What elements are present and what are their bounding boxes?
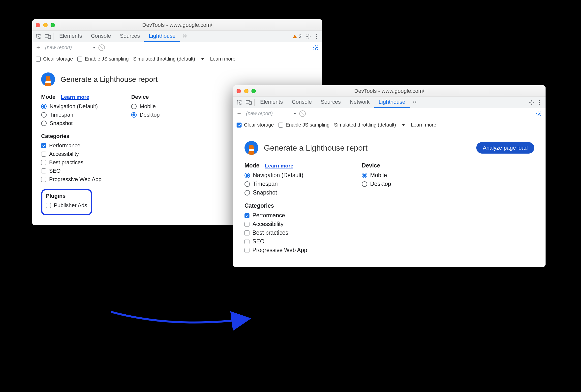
mode-timespan[interactable]: Timespan — [244, 180, 307, 187]
category-performance[interactable]: Performance — [244, 212, 307, 219]
lighthouse-settings-icon[interactable] — [535, 111, 543, 116]
mode-navigation[interactable]: Navigation (Default) — [244, 172, 307, 179]
zoom-window-dot[interactable] — [251, 89, 256, 93]
settings-icon[interactable] — [304, 34, 312, 39]
mode-snapshot[interactable]: Snapshot — [244, 189, 307, 196]
report-selector[interactable]: (new report) — [246, 111, 291, 116]
category-best-practices[interactable]: Best practices — [41, 159, 101, 166]
zoom-window-dot[interactable] — [50, 23, 55, 27]
radio-icon[interactable] — [41, 104, 47, 109]
radio-icon[interactable] — [244, 173, 250, 178]
radio-icon[interactable] — [244, 181, 250, 187]
category-performance[interactable]: Performance — [41, 142, 101, 149]
categories-heading: Categories — [244, 202, 307, 209]
svg-rect-2 — [48, 35, 50, 38]
radio-icon[interactable] — [131, 112, 137, 118]
checkbox-icon[interactable] — [244, 222, 249, 227]
device-desktop[interactable]: Desktop — [131, 112, 160, 118]
clear-storage-checkbox[interactable] — [36, 56, 41, 62]
tab-sources[interactable]: Sources — [115, 31, 144, 42]
category-best-practices[interactable]: Best practices — [244, 230, 307, 236]
mode-navigation[interactable]: Navigation (Default) — [41, 103, 101, 110]
checkbox-icon[interactable] — [41, 160, 46, 165]
analyze-page-load-button[interactable]: Analyze page load — [476, 142, 534, 154]
inspect-icon[interactable] — [34, 31, 43, 42]
plugin-publisher-ads[interactable]: Publisher Ads — [46, 202, 87, 209]
clear-icon[interactable] — [299, 110, 306, 117]
tab-lighthouse[interactable]: Lighthouse — [374, 97, 410, 108]
category-accessibility[interactable]: Accessibility — [41, 151, 101, 157]
radio-icon[interactable] — [41, 120, 47, 126]
plugins-highlight: Plugins Publisher Ads — [41, 189, 92, 215]
clear-storage-checkbox[interactable] — [237, 122, 242, 128]
radio-icon[interactable] — [362, 181, 367, 187]
close-window-dot[interactable] — [36, 23, 40, 27]
warnings-badge[interactable]: 2 — [290, 34, 304, 39]
new-report-icon[interactable]: + — [35, 44, 42, 51]
categories-heading: Categories — [41, 133, 101, 140]
tab-console[interactable]: Console — [86, 31, 115, 42]
minimize-window-dot[interactable] — [43, 23, 48, 27]
mode-learn-more-link[interactable]: Learn more — [61, 94, 89, 100]
inspect-icon[interactable] — [235, 97, 244, 108]
report-selector[interactable]: (new report) — [45, 45, 90, 50]
checkbox-icon[interactable] — [41, 143, 46, 148]
category-accessibility[interactable]: Accessibility — [244, 221, 307, 228]
checkbox-icon[interactable] — [41, 152, 46, 156]
enable-js-checkbox[interactable] — [77, 56, 82, 62]
tab-lighthouse[interactable]: Lighthouse — [144, 31, 180, 42]
device-toggle-icon[interactable] — [43, 31, 52, 42]
category-pwa[interactable]: Progressive Web App — [244, 247, 307, 254]
lighthouse-settings-icon[interactable] — [311, 45, 320, 50]
device-mobile[interactable]: Mobile — [131, 103, 160, 110]
tab-network[interactable]: Network — [345, 97, 374, 108]
checkbox-icon[interactable] — [244, 239, 249, 244]
category-seo[interactable]: SEO — [41, 168, 101, 174]
more-tabs-icon[interactable] — [180, 31, 190, 42]
radio-icon[interactable] — [131, 104, 137, 109]
clear-icon[interactable] — [98, 44, 105, 51]
learn-more-link[interactable]: Learn more — [210, 56, 235, 62]
radio-icon[interactable] — [244, 190, 250, 196]
minimize-window-dot[interactable] — [244, 89, 248, 93]
tab-console[interactable]: Console — [287, 97, 316, 108]
category-seo[interactable]: SEO — [244, 238, 307, 245]
throttling-dropdown-icon[interactable] — [201, 58, 204, 60]
tab-elements[interactable]: Elements — [256, 97, 287, 108]
mode-timespan[interactable]: Timespan — [41, 112, 101, 118]
clear-storage-option[interactable]: Clear storage — [36, 56, 73, 62]
checkbox-icon[interactable] — [41, 177, 46, 182]
throttling-dropdown-icon[interactable] — [402, 124, 405, 126]
checkbox-icon[interactable] — [46, 203, 51, 208]
enable-js-sampling-option[interactable]: Enable JS sampling — [278, 122, 330, 128]
new-report-icon[interactable]: + — [236, 110, 242, 117]
checkbox-icon[interactable] — [41, 168, 46, 174]
tab-elements[interactable]: Elements — [55, 31, 86, 42]
device-toggle-icon[interactable] — [244, 97, 253, 108]
tab-sources[interactable]: Sources — [316, 97, 345, 108]
checkbox-icon[interactable] — [244, 248, 249, 253]
radio-icon[interactable] — [41, 112, 47, 118]
mode-learn-more-link[interactable]: Learn more — [265, 163, 293, 168]
more-tabs-icon[interactable] — [410, 97, 420, 108]
more-menu-icon[interactable] — [312, 34, 321, 39]
enable-js-checkbox[interactable] — [278, 122, 283, 128]
enable-js-sampling-option[interactable]: Enable JS sampling — [77, 56, 129, 62]
more-menu-icon[interactable] — [536, 100, 544, 105]
category-pwa[interactable]: Progressive Web App — [41, 176, 101, 182]
radio-icon[interactable] — [362, 173, 367, 178]
checkbox-icon[interactable] — [244, 230, 249, 236]
mode-heading: Mode — [244, 162, 259, 169]
checkbox-icon[interactable] — [244, 213, 249, 218]
mode-snapshot[interactable]: Snapshot — [41, 120, 101, 126]
report-dropdown-icon[interactable]: ▾ — [93, 46, 95, 50]
device-mobile[interactable]: Mobile — [362, 172, 391, 179]
settings-icon[interactable] — [527, 100, 536, 105]
mode-column: Mode Learn more Navigation (Default) Tim… — [244, 162, 307, 256]
report-dropdown-icon[interactable]: ▾ — [294, 112, 296, 116]
plugins-heading: Plugins — [46, 193, 87, 199]
device-desktop[interactable]: Desktop — [362, 180, 391, 187]
learn-more-link[interactable]: Learn more — [411, 122, 436, 128]
clear-storage-option[interactable]: Clear storage — [237, 122, 274, 128]
close-window-dot[interactable] — [237, 89, 241, 93]
